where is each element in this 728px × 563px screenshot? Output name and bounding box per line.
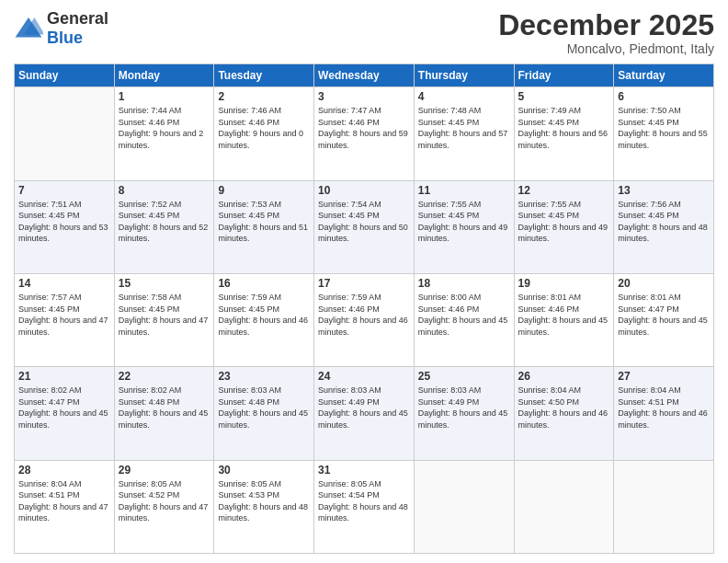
day-number: 9	[218, 184, 310, 197]
day-sunset: Sunset: 4:49 PM	[318, 397, 380, 407]
day-sunset: Sunset: 4:51 PM	[618, 397, 679, 407]
day-sunset: Sunset: 4:45 PM	[218, 211, 279, 220]
day-sunrise: Sunrise: 7:48 AM	[418, 106, 482, 115]
table-row: 22 Sunrise: 8:02 AM Sunset: 4:48 PM Dayl…	[114, 367, 214, 460]
day-sunset: Sunset: 4:45 PM	[418, 118, 480, 127]
day-sunrise: Sunrise: 7:59 AM	[318, 293, 381, 302]
day-sunrise: Sunrise: 8:04 AM	[518, 385, 582, 395]
day-daylight: Daylight: 9 hours and 0 minutes.	[218, 129, 303, 150]
day-number: 31	[318, 464, 410, 477]
day-sunrise: Sunrise: 7:51 AM	[18, 200, 82, 209]
day-sunset: Sunset: 4:45 PM	[318, 211, 380, 220]
month-title: December 2025	[498, 9, 714, 41]
table-row: 20 Sunrise: 8:01 AM Sunset: 4:47 PM Dayl…	[614, 273, 714, 366]
day-daylight: Daylight: 8 hours and 59 minutes.	[318, 129, 408, 150]
table-row: 12 Sunrise: 7:55 AM Sunset: 4:45 PM Dayl…	[514, 180, 614, 273]
day-number: 2	[218, 90, 310, 103]
day-sunset: Sunset: 4:46 PM	[218, 118, 279, 127]
table-row: 13 Sunrise: 7:56 AM Sunset: 4:45 PM Dayl…	[614, 180, 714, 273]
day-sunrise: Sunrise: 7:55 AM	[518, 200, 582, 209]
day-sunset: Sunset: 4:48 PM	[218, 397, 279, 407]
day-daylight: Daylight: 8 hours and 49 minutes.	[518, 223, 609, 244]
table-row: 2 Sunrise: 7:46 AM Sunset: 4:46 PM Dayli…	[214, 87, 314, 180]
table-row: 5 Sunrise: 7:49 AM Sunset: 4:45 PM Dayli…	[514, 87, 614, 180]
day-sunrise: Sunrise: 7:57 AM	[18, 293, 82, 302]
day-daylight: Daylight: 8 hours and 47 minutes.	[18, 502, 108, 523]
day-sunrise: Sunrise: 8:01 AM	[618, 293, 681, 302]
header: General Blue December 2025 Moncalvo, Pie…	[14, 9, 714, 56]
day-daylight: Daylight: 8 hours and 48 minutes.	[618, 223, 708, 244]
table-row: 14 Sunrise: 7:57 AM Sunset: 4:45 PM Dayl…	[15, 273, 115, 366]
col-thursday: Thursday	[414, 64, 514, 87]
day-daylight: Daylight: 8 hours and 50 minutes.	[318, 223, 408, 244]
day-daylight: Daylight: 8 hours and 56 minutes.	[518, 129, 609, 150]
table-row: 31 Sunrise: 8:05 AM Sunset: 4:54 PM Dayl…	[314, 460, 415, 553]
day-sunrise: Sunrise: 8:05 AM	[119, 479, 182, 488]
day-number: 13	[618, 184, 710, 197]
day-number: 3	[318, 90, 410, 103]
day-number: 18	[418, 277, 510, 290]
day-number: 15	[119, 277, 210, 290]
day-sunrise: Sunrise: 7:55 AM	[418, 200, 482, 209]
day-sunrise: Sunrise: 8:03 AM	[418, 385, 482, 395]
calendar-table: Sunday Monday Tuesday Wednesday Thursday…	[14, 63, 714, 554]
day-sunset: Sunset: 4:45 PM	[18, 304, 80, 314]
logo-icon	[14, 14, 43, 43]
day-number: 30	[218, 464, 310, 477]
day-sunset: Sunset: 4:45 PM	[119, 211, 180, 220]
day-number: 1	[119, 90, 210, 103]
table-row: 18 Sunrise: 8:00 AM Sunset: 4:46 PM Dayl…	[414, 273, 514, 366]
table-row: 4 Sunrise: 7:48 AM Sunset: 4:45 PM Dayli…	[414, 87, 514, 180]
table-row: 24 Sunrise: 8:03 AM Sunset: 4:49 PM Dayl…	[314, 367, 415, 460]
day-sunset: Sunset: 4:45 PM	[418, 211, 480, 220]
day-daylight: Daylight: 8 hours and 47 minutes.	[119, 502, 209, 523]
table-row: 17 Sunrise: 7:59 AM Sunset: 4:46 PM Dayl…	[314, 273, 415, 366]
day-sunset: Sunset: 4:52 PM	[119, 490, 180, 500]
day-sunset: Sunset: 4:49 PM	[418, 397, 480, 407]
day-sunset: Sunset: 4:47 PM	[618, 304, 679, 314]
day-number: 14	[18, 277, 110, 290]
calendar-row: 21 Sunrise: 8:02 AM Sunset: 4:47 PM Dayl…	[15, 367, 714, 460]
title-block: December 2025 Moncalvo, Piedmont, Italy	[498, 9, 714, 56]
day-sunrise: Sunrise: 8:03 AM	[318, 385, 381, 395]
table-row	[414, 460, 514, 553]
day-number: 12	[518, 184, 610, 197]
day-number: 24	[318, 370, 410, 383]
day-sunrise: Sunrise: 8:02 AM	[119, 385, 182, 395]
table-row: 15 Sunrise: 7:58 AM Sunset: 4:45 PM Dayl…	[114, 273, 214, 366]
day-sunrise: Sunrise: 8:04 AM	[618, 385, 681, 395]
day-sunrise: Sunrise: 8:03 AM	[218, 385, 281, 395]
day-sunrise: Sunrise: 8:05 AM	[218, 479, 281, 488]
day-sunset: Sunset: 4:45 PM	[218, 304, 279, 314]
day-sunset: Sunset: 4:45 PM	[518, 211, 580, 220]
day-sunrise: Sunrise: 7:46 AM	[218, 106, 281, 115]
table-row: 16 Sunrise: 7:59 AM Sunset: 4:45 PM Dayl…	[214, 273, 314, 366]
logo-text: General Blue	[47, 9, 108, 48]
day-sunset: Sunset: 4:51 PM	[18, 490, 80, 500]
day-number: 20	[618, 277, 710, 290]
day-sunset: Sunset: 4:45 PM	[618, 118, 679, 127]
day-sunrise: Sunrise: 8:00 AM	[418, 293, 482, 302]
day-sunset: Sunset: 4:46 PM	[318, 304, 380, 314]
day-number: 11	[418, 184, 510, 197]
day-number: 23	[218, 370, 310, 383]
day-sunrise: Sunrise: 7:53 AM	[218, 200, 281, 209]
day-daylight: Daylight: 8 hours and 52 minutes.	[119, 223, 209, 244]
day-daylight: Daylight: 8 hours and 51 minutes.	[218, 223, 308, 244]
day-number: 10	[318, 184, 410, 197]
day-number: 6	[618, 90, 710, 103]
day-number: 5	[518, 90, 610, 103]
day-daylight: Daylight: 8 hours and 55 minutes.	[618, 129, 708, 150]
calendar-row: 14 Sunrise: 7:57 AM Sunset: 4:45 PM Dayl…	[15, 273, 714, 366]
table-row: 23 Sunrise: 8:03 AM Sunset: 4:48 PM Dayl…	[214, 367, 314, 460]
logo: General Blue	[14, 9, 108, 48]
day-sunrise: Sunrise: 7:56 AM	[618, 200, 681, 209]
day-sunset: Sunset: 4:45 PM	[119, 304, 180, 314]
calendar-row: 7 Sunrise: 7:51 AM Sunset: 4:45 PM Dayli…	[15, 180, 714, 273]
table-row: 25 Sunrise: 8:03 AM Sunset: 4:49 PM Dayl…	[414, 367, 514, 460]
table-row: 9 Sunrise: 7:53 AM Sunset: 4:45 PM Dayli…	[214, 180, 314, 273]
day-sunset: Sunset: 4:45 PM	[618, 211, 679, 220]
day-daylight: Daylight: 8 hours and 45 minutes.	[418, 316, 508, 337]
day-sunset: Sunset: 4:46 PM	[318, 118, 380, 127]
day-daylight: Daylight: 8 hours and 49 minutes.	[418, 223, 508, 244]
